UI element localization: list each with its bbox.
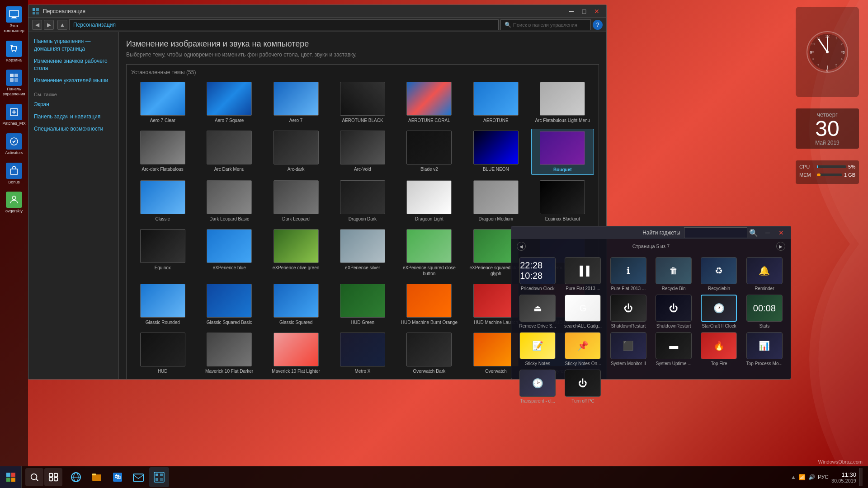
gadgets-minimize-button[interactable]: ─ [762,228,774,237]
theme-item-equinoxblack[interactable]: Equinox Blackout [531,178,594,224]
taskbar-mail-app[interactable] [128,467,148,487]
theme-item-classic[interactable]: Classic [131,178,194,224]
sidebar-icon-ovgorskiy[interactable]: ovgorskiy [1,190,27,216]
theme-item-dragoonmed[interactable]: Dragoon Medium [464,178,527,224]
sidebar-icon-activators[interactable]: Activators [1,131,27,157]
cursors-link[interactable]: Изменение указателей мыши [34,77,113,84]
theme-item-blueneon[interactable]: BLUE NEON [464,129,527,175]
theme-item-hud[interactable]: HUD [131,331,194,376]
theme-item-owdark[interactable]: Overwatch Dark [398,331,461,376]
gadget-item-turnoff[interactable]: ⏻Turn off PC [562,370,604,404]
gadget-item-pricedown[interactable]: 22:28 10:28Pricedown Clock [517,257,558,291]
gadget-item-shutdown2[interactable]: ⏻ShutdownRestart [653,295,694,328]
gadget-item-recycle[interactable]: 🗑Recycle Bin [653,257,694,291]
gadget-item-stats[interactable]: 00:08Stats [744,295,785,328]
task-view-button[interactable] [44,468,62,486]
gadget-item-recyclebin[interactable]: ♻Recyclebin [698,257,740,291]
gadgets-search-input[interactable] [684,227,747,238]
up-button[interactable]: ▲ [57,20,67,30]
theme-item-glassicsq[interactable]: Glassic Squared [264,282,327,327]
search-taskbar-button[interactable] [25,468,43,486]
search-bar[interactable]: 🔍 Поиск в панели управления [500,19,591,30]
theme-item-glassicround[interactable]: Glassic Rounded [131,282,194,327]
sidebar-icon-cpanel[interactable]: Панель управления [1,68,27,99]
theme-item-dragoonlight[interactable]: Dragoon Light [398,178,461,224]
theme-item-xpolive[interactable]: eXPerience olive green [264,227,327,278]
sidebar-icon-bonus[interactable]: Bonus [1,161,27,187]
gadgets-next-button[interactable]: ▶ [776,242,785,251]
theme-item-metrox[interactable]: Metro X [331,331,394,376]
theme-label-equinoxblack: Equinox Blackout [545,216,580,222]
theme-item-bouquet[interactable]: Bouquet [531,129,594,175]
start-button[interactable] [0,466,22,488]
gadget-item-stickynotes[interactable]: 📝Sticky Notes [517,332,558,366]
gadget-item-sysuptime[interactable]: ▬System Uptime ... [653,332,694,366]
gadgets-close-button[interactable]: ✕ [775,228,787,237]
taskbar-store-app[interactable]: 🛍 [108,467,127,487]
theme-item-arcvoid[interactable]: Arc-Void [331,129,394,175]
theme-item-arcdark[interactable]: Arc Dark Menu [198,129,260,175]
theme-item-xpsqclosebtn[interactable]: eXPerience squared close button [398,227,461,278]
gadget-label-recyclebin: Recyclebin [708,286,730,291]
theme-label-mav10light: Maverick 10 Flat Lighter [272,368,320,374]
theme-item-aerotune[interactable]: AEROTUNE [464,80,527,125]
show-desktop-button[interactable] [859,468,863,486]
gadget-item-topfire[interactable]: 🔥Top Fire [698,332,740,366]
home-link[interactable]: Панель управления — домашняя страница [34,38,113,53]
gadget-item-pureflat2[interactable]: ℹPure Flat 2013 ... [608,257,649,291]
theme-item-aero7clear[interactable]: Aero 7 Clear [131,80,194,125]
screen-link[interactable]: Экран [34,101,113,108]
theme-item-aeroblack[interactable]: AEROTUNE BLACK [331,80,394,125]
gadget-item-pureflat1[interactable]: ▐▐Pure Flat 2013 ... [562,257,604,291]
gadget-item-starcraft[interactable]: 🕐StarCraft II Clock [698,295,740,328]
theme-item-dragoondark[interactable]: Dragoon Dark [331,178,394,224]
taskbar-personalization-app[interactable] [149,467,169,487]
theme-item-xpblue[interactable]: eXPerience blue [198,227,260,278]
accessibility-link[interactable]: Специальные возможности [34,125,113,133]
taskbar-ie-app[interactable] [66,467,86,487]
theme-item-arcdarkflat[interactable]: Arc-dark Flatabulous [131,129,194,175]
sidebar-icon-basket[interactable]: Корзина [1,39,27,65]
close-button[interactable]: ✕ [591,7,603,16]
theme-item-arcdarkmenu[interactable]: Arc-dark [264,129,327,175]
gadget-item-stickynoteson[interactable]: 📌Sticky Notes On... [562,332,604,366]
forward-button[interactable]: ▶ [44,20,54,30]
theme-label-equinox: Equinox [155,265,171,271]
taskbar-explorer-app[interactable] [87,467,107,487]
gadget-item-reminder[interactable]: 🔔Reminder [744,257,785,291]
gadget-item-removedrive[interactable]: ⏏Remove Drive S... [517,295,558,328]
svg-text:5: 5 [835,64,837,67]
back-button[interactable]: ◀ [32,20,42,30]
theme-item-aero7sq[interactable]: Aero 7 Square [198,80,260,125]
gadgets-prev-button[interactable]: ◀ [517,242,526,251]
theme-item-mav10dark[interactable]: Maverick 10 Flat Darker [198,331,260,376]
gadget-item-shutdown1[interactable]: ⏻ShutdownRestart [608,295,649,328]
taskbar-link[interactable]: Панель задач и навигация [34,113,113,121]
gadget-item-topprocess[interactable]: 📊Top Process Mo... [744,332,785,366]
maximize-button[interactable]: □ [578,7,590,16]
theme-item-dleopard[interactable]: Dark Leopard [264,178,327,224]
gadget-item-searchgadg[interactable]: GsearchALL Gadg... [562,295,604,328]
theme-item-glassicsqbasic[interactable]: Glassic Squared Basic [198,282,260,327]
theme-item-hudgreen[interactable]: HUD Green [331,282,394,327]
gadget-item-transparent[interactable]: 🕑Transparent - cl... [517,370,558,404]
theme-item-mav10light[interactable]: Maverick 10 Flat Lighter [264,331,327,376]
theme-item-aerocoral[interactable]: AEROTUNE CORAL [398,80,461,125]
theme-item-arcflat[interactable]: Arc Flatabulous Light Menu [531,80,594,125]
gadgets-search-icon[interactable]: 🔍 [749,229,758,237]
theme-item-blade[interactable]: Blade v2 [398,129,461,175]
gadget-item-sysmon[interactable]: ⬛System Monitor II [608,332,649,366]
theme-item-aero7[interactable]: Aero 7 [264,80,327,125]
theme-item-hudmbo[interactable]: HUD Machine Burnt Orange [398,282,461,327]
help-button[interactable]: ? [593,20,603,30]
minimize-button[interactable]: ─ [566,7,577,16]
theme-label-dragoonlight: Dragoon Light [415,216,443,222]
address-bar[interactable]: Персонализация [69,19,499,30]
sidebar-icon-computer[interactable]: Этот компьютер [1,5,27,35]
icons-link[interactable]: Изменение значков рабочего стола [34,57,113,73]
theme-item-equinox[interactable]: Equinox [131,227,194,278]
theme-item-dleopardbasic[interactable]: Dark Leopard Basic [198,178,260,224]
ie-icon [70,471,82,483]
theme-item-xpsilver[interactable]: eXPerience silver [331,227,394,278]
sidebar-icon-patches[interactable]: Patches_FIX [1,102,27,128]
